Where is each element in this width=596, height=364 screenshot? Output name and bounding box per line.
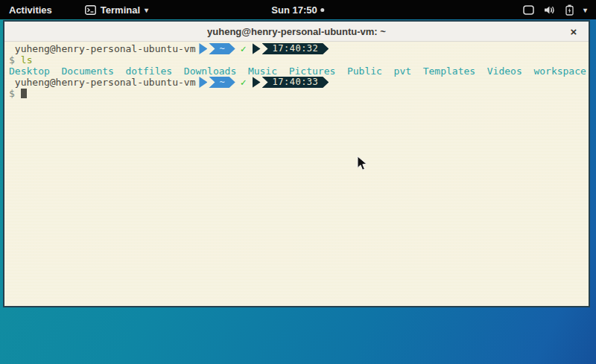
battery-charging-icon (565, 4, 574, 16)
terminal-window: yuheng@henry-personal-ubuntu-vm: ~ × yuh… (3, 20, 590, 307)
volume-icon (544, 5, 556, 15)
app-menu-terminal[interactable]: Terminal ▾ (80, 0, 153, 19)
chevron-down-icon: ▾ (583, 6, 587, 14)
prompt-symbol: $ (9, 88, 15, 99)
time-segment: 17:40:33 (262, 77, 329, 88)
window-title: yuheng@henry-personal-ubuntu-vm: ~ (207, 26, 386, 37)
input-line[interactable]: $ (9, 88, 589, 99)
prompt-line-2: yuheng@henry-personal-ubuntu-vm ~ ✓ 17:4… (9, 77, 589, 88)
notification-dot (321, 8, 325, 12)
terminal-content[interactable]: yuheng@henry-personal-ubuntu-vm ~ ✓ 17:4… (4, 42, 589, 306)
powerline-arrow-icon (253, 43, 261, 54)
powerline-arrow-icon (253, 77, 261, 88)
typed-command: ls (21, 54, 33, 66)
display-icon (523, 5, 534, 15)
user-host-text: yuheng@henry-personal-ubuntu-vm (9, 77, 195, 88)
clock-button[interactable]: Sun 17:50 (271, 0, 324, 19)
time-segment: 17:40:32 (262, 43, 329, 54)
text-cursor (21, 89, 27, 98)
close-button[interactable]: × (565, 22, 583, 42)
title-bar[interactable]: yuheng@henry-personal-ubuntu-vm: ~ × (4, 22, 589, 42)
powerline-segments: ~ ✓ 17:40:32 (199, 43, 329, 54)
status-check-icon: ✓ (241, 43, 247, 54)
terminal-icon (85, 5, 96, 15)
command-line: $ ls (9, 54, 589, 66)
ls-output-line: Desktop Documents dotfiles Downloads Mus… (9, 66, 589, 77)
prompt-symbol: $ (9, 54, 15, 66)
chevron-down-icon: ▾ (145, 6, 148, 14)
status-check-icon: ✓ (241, 77, 247, 88)
app-menu-label: Terminal (101, 4, 140, 16)
activities-button[interactable]: Activities (0, 0, 61, 19)
top-bar: Activities Terminal ▾ Sun 17:50 (0, 0, 596, 19)
powerline-segments: ~ ✓ 17:40:33 (199, 77, 329, 88)
clock-label: Sun 17:50 (271, 4, 317, 16)
powerline-arrow-icon (199, 77, 207, 88)
system-tray[interactable]: ▾ (520, 0, 590, 19)
path-segment: ~ (209, 77, 235, 88)
prompt-line-1: yuheng@henry-personal-ubuntu-vm ~ ✓ 17:4… (9, 43, 589, 54)
user-host-text: yuheng@henry-personal-ubuntu-vm (9, 43, 195, 54)
powerline-arrow-icon (199, 43, 207, 54)
path-segment: ~ (209, 43, 235, 54)
